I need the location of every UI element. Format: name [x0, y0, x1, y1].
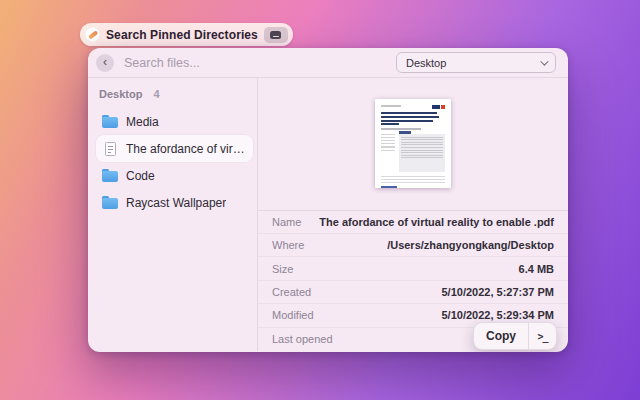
hotkey-pill[interactable]: Search Pinned Directories: [80, 23, 293, 46]
meta-value: 5/10/2022, 5:27:37 PM: [441, 286, 554, 298]
meta-label: Last opened: [272, 333, 333, 345]
chevron-down-icon: [540, 57, 548, 65]
command-title: Search Pinned Directories: [106, 28, 258, 42]
shortcut-key-badge: >_: [528, 323, 556, 349]
meta-value: 5/10/2022, 5:29:34 PM: [441, 309, 554, 321]
preview-zone: [258, 78, 568, 210]
meta-label: Name: [272, 216, 301, 228]
list-item-label: Raycast Wallpaper: [126, 196, 226, 210]
hotkey-badge[interactable]: [264, 27, 288, 43]
list-item-label: Code: [126, 169, 155, 183]
metadata-row-size: Size 6.4 MB: [258, 257, 568, 280]
meta-label: Where: [272, 239, 304, 251]
directory-dropdown-value: Desktop: [406, 57, 540, 69]
journal-logo: [432, 105, 445, 109]
list-item-code[interactable]: Code: [96, 162, 253, 189]
meta-value: The afordance of virtual reality to enab…: [319, 216, 554, 228]
list-section-header: Desktop 4: [96, 88, 253, 108]
list-item-raycast-wallpaper[interactable]: Raycast Wallpaper: [96, 189, 253, 216]
meta-value: 6.4 MB: [519, 263, 554, 275]
metadata-row-where: Where /Users/zhangyongkang/Desktop: [258, 234, 568, 257]
section-count: 4: [153, 88, 159, 100]
directory-dropdown[interactable]: Desktop: [396, 52, 556, 73]
copy-button[interactable]: Copy >_: [473, 322, 557, 350]
meta-label: Created: [272, 286, 311, 298]
meta-value: /Users/zhangyongkang/Desktop: [387, 239, 554, 251]
list-item-label: The afordance of virtual reality...: [126, 142, 247, 156]
pdf-preview-thumbnail: [375, 99, 451, 188]
folder-icon: [102, 196, 118, 209]
terminal-prompt-icon: >_: [537, 331, 547, 342]
search-bar: ‹ Desktop: [88, 48, 568, 78]
folder-icon: [102, 169, 118, 182]
extension-pencil-icon: [85, 27, 100, 42]
desktop-background: Search Pinned Directories ‹ Desktop Desk…: [0, 0, 640, 400]
meta-label: Modified: [272, 309, 314, 321]
back-chevron-icon: ‹: [103, 56, 107, 68]
list-item-label: Media: [126, 115, 159, 129]
folder-icon: [102, 115, 118, 128]
list-item-pdf-selected[interactable]: The afordance of virtual reality...: [96, 135, 253, 162]
list-item-media[interactable]: Media: [96, 108, 253, 135]
metadata-row-created: Created 5/10/2022, 5:27:37 PM: [258, 281, 568, 304]
document-icon: [105, 142, 116, 156]
keyboard-icon: [270, 31, 281, 39]
raycast-window: ‹ Desktop Desktop 4 Media: [88, 48, 568, 352]
metadata-row-name: Name The afordance of virtual reality to…: [258, 211, 568, 234]
search-input[interactable]: [124, 56, 386, 70]
back-button[interactable]: ‹: [96, 54, 114, 72]
meta-label: Size: [272, 263, 293, 275]
file-list: Desktop 4 Media The afordance of virtual…: [88, 78, 258, 351]
copy-button-label: Copy: [474, 323, 528, 349]
section-title: Desktop: [99, 88, 142, 100]
detail-pane: Name The afordance of virtual reality to…: [258, 78, 568, 351]
